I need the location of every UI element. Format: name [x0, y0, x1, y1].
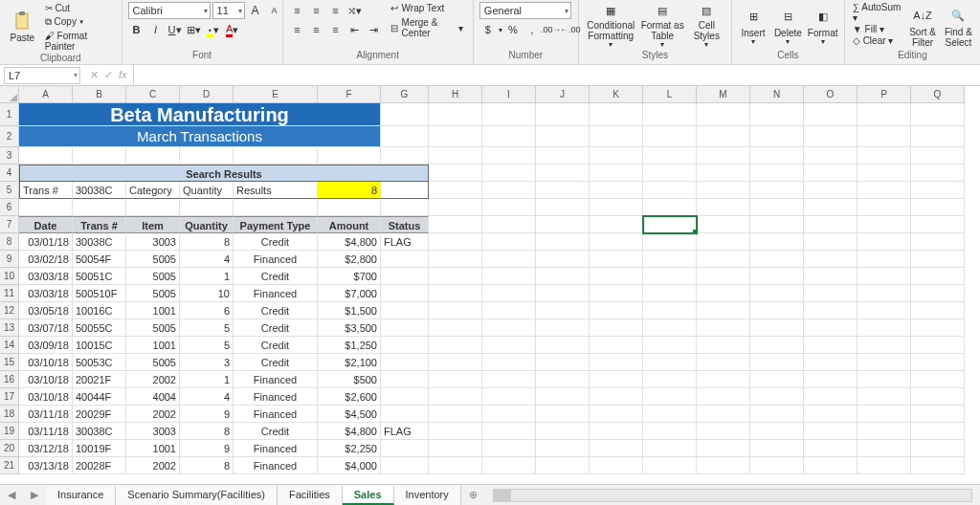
cell[interactable]	[590, 165, 643, 182]
fx-icon[interactable]: fx	[119, 69, 127, 81]
font-name-combo[interactable]: Calibri	[128, 2, 211, 19]
cell[interactable]: Trans #	[73, 216, 126, 233]
cell[interactable]	[750, 302, 804, 319]
cell[interactable]: 10015C	[73, 337, 126, 354]
row-header-3[interactable]: 3	[0, 147, 19, 165]
cell[interactable]	[381, 199, 429, 216]
cell[interactable]	[911, 165, 965, 182]
cell[interactable]	[804, 165, 858, 182]
cell[interactable]	[697, 457, 750, 474]
cell[interactable]	[643, 251, 697, 268]
cell[interactable]	[858, 199, 911, 216]
wrap-text-button[interactable]: ↩ Wrap Text	[387, 2, 467, 14]
cell[interactable]	[381, 440, 429, 457]
cell[interactable]: 03/11/18	[19, 406, 73, 423]
cell[interactable]: 03/10/18	[19, 354, 73, 371]
cell[interactable]: 5	[180, 337, 234, 354]
cell[interactable]: 3003	[126, 233, 180, 251]
cell[interactable]: 500510F	[73, 285, 126, 302]
sheet-tab-inventory[interactable]: Inventory	[394, 486, 461, 505]
cell[interactable]	[180, 147, 234, 165]
cell[interactable]	[590, 182, 643, 199]
cell[interactable]: Quantity	[180, 182, 234, 199]
cell[interactable]	[19, 199, 73, 216]
cell[interactable]: 03/10/18	[19, 388, 73, 406]
cell[interactable]	[482, 182, 536, 199]
cell[interactable]: 10019F	[73, 440, 126, 457]
cell[interactable]: $4,800	[318, 423, 381, 440]
cell[interactable]	[536, 233, 590, 251]
cell[interactable]	[697, 319, 750, 337]
cell[interactable]	[590, 457, 643, 474]
cell[interactable]	[804, 371, 858, 388]
cell[interactable]	[911, 319, 965, 337]
cell[interactable]: March Transactions	[19, 126, 381, 147]
inc-decimal-icon[interactable]: .00→	[543, 21, 560, 38]
row-header-16[interactable]: 16	[0, 371, 19, 388]
cell[interactable]	[750, 103, 804, 126]
cell[interactable]	[381, 406, 429, 423]
cell[interactable]	[381, 388, 429, 406]
cell[interactable]: 50051C	[73, 268, 126, 285]
cell[interactable]	[643, 182, 697, 199]
cell[interactable]: 10	[180, 285, 234, 302]
cell[interactable]	[590, 251, 643, 268]
cell[interactable]	[429, 268, 482, 285]
paste-button[interactable]: Paste	[6, 2, 39, 50]
cell[interactable]	[590, 354, 643, 371]
cell[interactable]	[381, 337, 429, 354]
cell[interactable]	[804, 182, 858, 199]
cell[interactable]: 03/10/18	[19, 371, 73, 388]
cell[interactable]	[590, 268, 643, 285]
cell[interactable]: 50055C	[73, 319, 126, 337]
col-header-B[interactable]: B	[73, 86, 126, 103]
cell[interactable]	[429, 302, 482, 319]
cell[interactable]	[911, 103, 965, 126]
cell[interactable]	[858, 147, 911, 165]
cell[interactable]	[804, 233, 858, 251]
cell[interactable]	[911, 285, 965, 302]
cell[interactable]	[858, 302, 911, 319]
cell[interactable]	[858, 388, 911, 406]
cell[interactable]: Financed	[234, 285, 318, 302]
cell[interactable]: 30038C	[73, 233, 126, 251]
cell[interactable]	[643, 285, 697, 302]
col-header-A[interactable]: A	[19, 86, 73, 103]
cell[interactable]	[750, 199, 804, 216]
cell[interactable]: 5005	[126, 354, 180, 371]
cell[interactable]	[482, 165, 536, 182]
col-header-M[interactable]: M	[697, 86, 750, 103]
cell[interactable]	[804, 285, 858, 302]
cell[interactable]	[804, 457, 858, 474]
cell[interactable]	[750, 165, 804, 182]
row-header-20[interactable]: 20	[0, 440, 19, 457]
cell[interactable]	[590, 440, 643, 457]
cell[interactable]: 03/13/18	[19, 457, 73, 474]
cell[interactable]	[482, 147, 536, 165]
cell[interactable]	[429, 216, 482, 233]
cell[interactable]: Item	[126, 216, 180, 233]
cell[interactable]	[482, 103, 536, 126]
cell[interactable]: Credit	[234, 337, 318, 354]
cell[interactable]	[590, 233, 643, 251]
cell[interactable]: 1001	[126, 302, 180, 319]
cell[interactable]	[804, 319, 858, 337]
col-header-J[interactable]: J	[536, 86, 590, 103]
cell[interactable]	[750, 388, 804, 406]
cell[interactable]	[429, 199, 482, 216]
align-top-icon[interactable]: ≡	[289, 2, 306, 19]
row-header-7[interactable]: 7	[0, 216, 19, 233]
increase-font-icon[interactable]: A	[247, 2, 264, 19]
cell[interactable]	[643, 423, 697, 440]
align-center-icon[interactable]: ≡	[308, 21, 325, 38]
cell[interactable]	[911, 423, 965, 440]
cell[interactable]	[590, 337, 643, 354]
cell[interactable]: Financed	[234, 388, 318, 406]
cell[interactable]	[536, 406, 590, 423]
cell[interactable]	[180, 199, 234, 216]
cell[interactable]: $2,800	[318, 251, 381, 268]
cell[interactable]	[858, 103, 911, 126]
cell[interactable]	[234, 147, 318, 165]
cell[interactable]	[590, 319, 643, 337]
cell[interactable]: 2002	[126, 371, 180, 388]
